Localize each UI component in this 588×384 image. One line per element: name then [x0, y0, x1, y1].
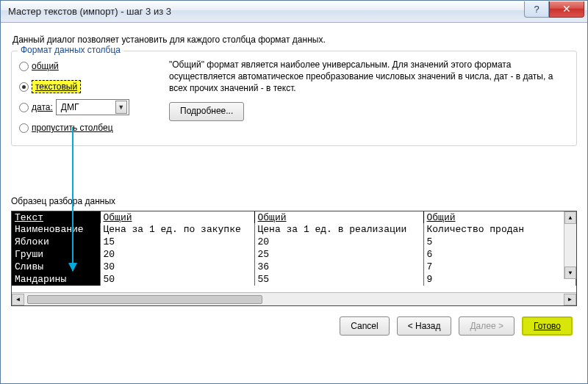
- scroll-right-icon[interactable]: ▶: [564, 294, 576, 305]
- radio-skip-row[interactable]: пропустить столбец: [19, 120, 159, 135]
- titlebar: Мастер текстов (импорт) - шаг 3 из 3 ? ✕: [1, 1, 587, 23]
- format-explanation-block: "Общий" формат является наиболее универс…: [169, 59, 569, 135]
- back-button[interactable]: < Назад: [397, 316, 452, 336]
- table-cell: 30: [100, 261, 254, 273]
- next-button: Далее >: [459, 316, 514, 336]
- radio-date[interactable]: [19, 103, 29, 112]
- client-area: Данный диалог позволяет установить для к…: [1, 23, 587, 383]
- help-icon: ?: [534, 4, 539, 15]
- table-cell: 55: [254, 273, 423, 286]
- finish-button[interactable]: Готово: [522, 316, 573, 336]
- scroll-up-icon[interactable]: ▲: [564, 211, 576, 224]
- col-header[interactable]: Общий: [100, 211, 254, 223]
- titlebar-buttons: ? ✕: [524, 1, 584, 18]
- table-cell: Мандарины: [12, 273, 100, 286]
- column-format-group: Формат данных столбца общий текстовый да…: [11, 51, 577, 146]
- annotation-arrow: [72, 127, 74, 271]
- table-cell: 7: [423, 261, 576, 273]
- radio-text-row[interactable]: текстовый: [19, 79, 159, 94]
- scroll-left-icon[interactable]: ◀: [12, 294, 24, 305]
- radio-text[interactable]: [19, 82, 29, 92]
- radio-general[interactable]: [19, 62, 29, 71]
- help-button[interactable]: ?: [524, 1, 549, 18]
- format-explanation: "Общий" формат является наиболее универс…: [169, 59, 569, 95]
- group-legend: Формат данных столбца: [18, 45, 123, 55]
- radio-general-label: общий: [32, 61, 59, 71]
- table-cell: 36: [254, 261, 423, 273]
- table-cell: Яблоки: [12, 236, 100, 248]
- more-info-label: Подробнее...: [180, 105, 233, 117]
- wizard-footer: Cancel < Назад Далее > Готово: [11, 316, 577, 336]
- next-label: Далее >: [470, 321, 503, 331]
- scroll-thumb[interactable]: [27, 295, 262, 304]
- col-header[interactable]: Общий: [423, 211, 576, 223]
- table-row: Мандарины50559: [12, 273, 576, 286]
- more-info-button[interactable]: Подробнее...: [169, 102, 244, 121]
- radio-date-label: дата:: [32, 102, 53, 112]
- date-format-value: ДМГ: [61, 102, 79, 112]
- radio-date-row[interactable]: дата: ДМГ ▼: [19, 100, 159, 115]
- table-cell: Цена за 1 ед. в реализации: [254, 223, 423, 236]
- date-format-select[interactable]: ДМГ ▼: [56, 99, 129, 115]
- table-cell: 20: [254, 236, 423, 248]
- window-title: Мастер текстов (импорт) - шаг 3 из 3: [8, 6, 524, 17]
- table-cell: 5: [423, 236, 576, 248]
- table-cell: Наименование: [12, 223, 100, 236]
- radio-text-label: текстовый: [35, 81, 77, 92]
- table-cell: Сливы: [12, 261, 100, 273]
- table-cell: Цена за 1 ед. по закупке: [100, 223, 254, 236]
- close-icon: ✕: [562, 3, 571, 15]
- radio-general-row[interactable]: общий: [19, 59, 159, 73]
- table-row: Сливы30367: [12, 261, 576, 273]
- back-label: < Назад: [408, 321, 441, 331]
- table-row: Яблоки15205: [12, 236, 576, 248]
- close-button[interactable]: ✕: [549, 1, 584, 18]
- chevron-down-icon: ▼: [115, 101, 127, 114]
- table-cell: 50: [100, 273, 254, 286]
- table-row: Груши20256: [12, 248, 576, 261]
- sample-label: Образец разбора данных: [11, 196, 577, 206]
- vertical-scrollbar[interactable]: ▲ ▼: [564, 211, 576, 279]
- col-header[interactable]: Текст: [12, 211, 100, 223]
- radio-skip[interactable]: [19, 123, 29, 133]
- dialog-description: Данный диалог позволяет установить для к…: [12, 35, 576, 45]
- col-header[interactable]: Общий: [254, 211, 423, 223]
- data-preview: Текст Общий Общий Общий НаименованиеЦена…: [11, 211, 577, 306]
- table-cell: 6: [423, 248, 576, 261]
- horizontal-scrollbar[interactable]: ◀ ▶: [12, 292, 576, 305]
- table-row: НаименованиеЦена за 1 ед. по закупкеЦена…: [12, 223, 576, 236]
- table-cell: 25: [254, 248, 423, 261]
- finish-label: Готово: [534, 321, 561, 331]
- table-cell: 9: [423, 273, 576, 286]
- format-radios: общий текстовый дата: ДМГ ▼: [19, 59, 159, 135]
- table-cell: Груши: [12, 248, 100, 261]
- table-cell: 20: [100, 248, 254, 261]
- table-cell: 15: [100, 236, 254, 248]
- preview-table: Текст Общий Общий Общий НаименованиеЦена…: [12, 211, 576, 286]
- wizard-window: Мастер текстов (импорт) - шаг 3 из 3 ? ✕…: [0, 0, 588, 384]
- scroll-down-icon[interactable]: ▼: [564, 267, 576, 279]
- table-cell: Количество продан: [423, 223, 576, 236]
- cancel-label: Cancel: [351, 321, 378, 331]
- cancel-button[interactable]: Cancel: [340, 316, 389, 336]
